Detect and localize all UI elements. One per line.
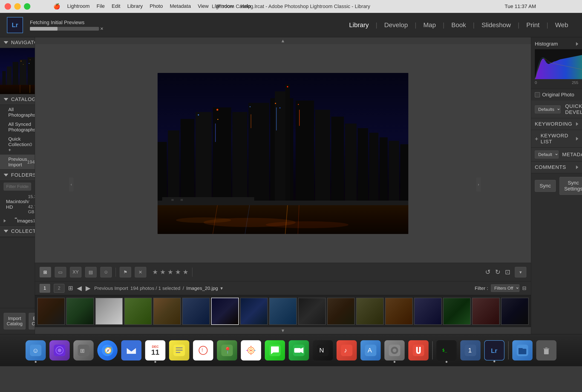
dock-finder[interactable]: ☺ xyxy=(26,340,46,360)
import-catalog-button[interactable]: Import Catalog xyxy=(4,313,26,330)
keywording-header[interactable]: Keywording xyxy=(531,118,582,130)
dock-finder2[interactable] xyxy=(512,340,532,360)
metadata-header[interactable]: Default Metadata xyxy=(531,148,582,161)
filmstrip-thumb-7[interactable] xyxy=(211,298,239,325)
filmstrip-thumb-10[interactable] xyxy=(298,298,326,325)
catalog-header[interactable]: Catalog xyxy=(0,94,35,105)
dock-notes[interactable] xyxy=(169,340,189,360)
minimize-button[interactable] xyxy=(14,3,21,10)
images-folder-item[interactable]: Images 194 xyxy=(0,216,35,226)
filmstrip-thumb-17[interactable] xyxy=(501,298,529,325)
dropdown-arrow[interactable]: ▾ xyxy=(220,286,223,291)
all-synced-photographs-item[interactable]: All Synced Photographs 0 xyxy=(0,120,35,134)
collapse-filmstrip-button[interactable]: ⊟ xyxy=(522,285,526,291)
tab-slideshow[interactable]: Slideshow xyxy=(474,20,518,30)
next-photo-button[interactable]: ▶ xyxy=(86,284,91,292)
filmstrip-thumb-3[interactable] xyxy=(95,298,123,325)
page-2-button[interactable]: 2 xyxy=(54,284,64,292)
maximize-button[interactable] xyxy=(24,3,30,10)
rotate-ccw-button[interactable]: ↺ xyxy=(485,268,490,276)
prev-photo-button[interactable]: ◀ xyxy=(77,284,82,292)
macintosh-hd-item[interactable]: Macintosh HD 15.3 / 42.7 GB xyxy=(0,192,35,216)
navigator-header[interactable]: Navigator FIT FILL 1:1 3:1 xyxy=(0,37,35,48)
collapse-left-panel-button[interactable]: ‹ xyxy=(69,178,74,192)
filmstrip-thumb-13[interactable] xyxy=(385,298,413,325)
cancel-progress-button[interactable]: ✕ xyxy=(100,26,104,31)
add-keyword-button[interactable]: + xyxy=(535,135,538,142)
metadata-menu[interactable]: Metadata xyxy=(170,3,191,10)
dock-terminal[interactable]: $_ xyxy=(436,340,457,360)
filmstrip-thumb-12[interactable] xyxy=(356,298,384,325)
quick-develop-header[interactable]: Defaults Quick Develop xyxy=(531,100,582,118)
star-4[interactable]: ★ xyxy=(175,268,181,276)
collapse-bottom-panel-button[interactable]: ▼ xyxy=(35,327,531,334)
dock-messages[interactable] xyxy=(265,340,285,360)
tab-web[interactable]: Web xyxy=(548,20,575,30)
close-button[interactable] xyxy=(4,3,11,10)
star-1[interactable]: ★ xyxy=(152,268,158,276)
filmstrip-thumb-16[interactable] xyxy=(472,298,500,325)
filter-dropdown[interactable]: Filters Off xyxy=(491,284,520,292)
keywording-collapse-icon[interactable] xyxy=(576,122,578,126)
edit-menu[interactable]: Edit xyxy=(112,3,120,10)
defaults-dropdown[interactable]: Defaults xyxy=(535,105,560,114)
dock-news[interactable]: N xyxy=(312,340,333,360)
dock-1password[interactable]: 1 xyxy=(460,340,480,360)
selected-file[interactable]: Images_20.jpg xyxy=(186,286,218,291)
library-menu[interactable]: Library xyxy=(127,3,142,10)
star-5[interactable]: ★ xyxy=(183,268,188,276)
dock-appstore[interactable]: A xyxy=(360,340,381,360)
dock-photos[interactable] xyxy=(241,340,261,360)
loupe-view-button[interactable]: ▭ xyxy=(55,267,66,278)
collections-header[interactable]: Collections + xyxy=(0,226,35,237)
comments-collapse-icon[interactable] xyxy=(576,166,578,169)
crop-button[interactable]: ⊡ xyxy=(505,268,510,276)
dock-calendar[interactable]: DEC 11 xyxy=(145,340,166,360)
comments-header[interactable]: Comments xyxy=(531,162,582,173)
sync-settings-button[interactable]: Sync Settings xyxy=(560,177,582,195)
filmstrip-thumb-4[interactable] xyxy=(124,298,152,325)
apple-menu[interactable]: 🍎 xyxy=(53,3,60,10)
tab-map[interactable]: Map xyxy=(416,20,442,30)
star-3[interactable]: ★ xyxy=(168,268,173,276)
compare-view-button[interactable]: XY xyxy=(70,267,82,278)
reject-button[interactable]: ✕ xyxy=(135,267,146,278)
grid-view-button[interactable]: ⊞ xyxy=(40,267,51,278)
filmstrip-thumb-14[interactable] xyxy=(414,298,442,325)
folders-header[interactable]: Folders + xyxy=(0,170,35,181)
folder-filter-input[interactable] xyxy=(4,183,31,190)
view-menu[interactable]: View xyxy=(198,3,209,10)
dock-siri[interactable] xyxy=(50,340,70,360)
filmstrip-thumb-8[interactable] xyxy=(240,298,268,325)
histogram-collapse-icon[interactable] xyxy=(576,42,578,46)
dock-magnet[interactable] xyxy=(408,340,428,360)
filmstrip-thumb-11[interactable] xyxy=(327,298,355,325)
page-1-button[interactable]: 1 xyxy=(40,284,50,292)
dock-facetime[interactable] xyxy=(289,340,309,360)
original-photo-checkbox[interactable] xyxy=(535,92,540,97)
toggle-panel-button[interactable]: ▾ xyxy=(515,267,526,278)
grid-layout-button[interactable]: ⊞ xyxy=(68,284,73,292)
previous-import-item[interactable]: Previous Import 194 xyxy=(0,154,35,169)
filmstrip-thumb-1[interactable] xyxy=(37,298,65,325)
dock-launchpad[interactable]: ⊞ xyxy=(74,340,94,360)
rotate-cw-button[interactable]: ↻ xyxy=(495,268,500,276)
dock-sysprefs[interactable] xyxy=(384,340,405,360)
filmstrip-thumb-6[interactable] xyxy=(182,298,210,325)
collapse-right-panel-button[interactable]: › xyxy=(476,178,481,192)
dock-lightroom[interactable]: Lr xyxy=(484,340,504,360)
flag-button[interactable]: ⚑ xyxy=(120,267,131,278)
lightroom-menu[interactable]: Lightroom xyxy=(67,3,90,10)
photo-menu[interactable]: Photo xyxy=(150,3,163,10)
dock-music[interactable]: ♪ xyxy=(336,340,357,360)
filmstrip-thumb-5[interactable] xyxy=(153,298,181,325)
filmstrip-thumb-9[interactable] xyxy=(269,298,297,325)
sync-button[interactable]: Sync xyxy=(535,180,556,192)
dock-trash[interactable] xyxy=(536,340,556,360)
tab-book[interactable]: Book xyxy=(444,20,473,30)
keyword-list-header[interactable]: + Keyword List xyxy=(531,130,582,148)
people-view-button[interactable]: ☺ xyxy=(100,267,112,278)
export-catalog-button[interactable]: Export Catalog xyxy=(29,313,35,330)
keyword-list-collapse-icon[interactable] xyxy=(576,137,578,140)
tab-develop[interactable]: Develop xyxy=(377,20,415,30)
